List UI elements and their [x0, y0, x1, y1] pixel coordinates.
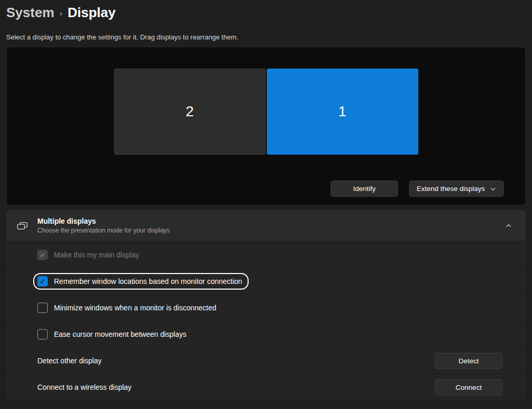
option-row-minimize-windows: ✓ Minimize windows when a monitor is dis…	[6, 294, 526, 321]
make-main-display-option: ✓ Make this my main display	[33, 247, 145, 263]
minimize-windows-option[interactable]: ✓ Minimize windows when a monitor is dis…	[33, 299, 223, 316]
option-row-remember-locations: ✓ Remember window locations based on mon…	[6, 268, 526, 294]
connect-wireless-display-label: Connect to a wireless display	[37, 383, 131, 391]
option-row-make-main: ✓ Make this my main display	[6, 241, 526, 268]
breadcrumb-separator-icon: ›	[60, 7, 63, 19]
chevron-down-icon	[490, 186, 496, 192]
display-rect-2[interactable]: 2	[114, 69, 266, 155]
ease-cursor-movement-option[interactable]: ✓ Ease cursor movement between displays	[33, 326, 193, 343]
section-title: Multiple displays	[37, 217, 500, 225]
chevron-up-icon[interactable]	[500, 223, 517, 229]
checkmark-icon: ✓	[40, 252, 46, 258]
option-row-ease-cursor: ✓ Ease cursor movement between displays	[6, 321, 526, 347]
display-1-number: 1	[338, 103, 347, 120]
remember-window-locations-option[interactable]: ✓ Remember window locations based on mon…	[33, 273, 249, 290]
multiple-displays-expander[interactable]: Multiple displays Choose the presentatio…	[6, 210, 526, 241]
detect-other-display-label: Detect other display	[37, 357, 102, 365]
remember-window-locations-checkbox[interactable]: ✓	[37, 276, 48, 287]
monitor-group: 2 1	[7, 47, 525, 155]
identify-button[interactable]: Identify	[331, 181, 398, 197]
option-label: Make this my main display	[54, 251, 139, 259]
ease-cursor-movement-checkbox[interactable]: ✓	[37, 329, 48, 339]
breadcrumb-display: Display	[67, 5, 116, 21]
page-description: Select a display to change the settings …	[6, 33, 526, 41]
minimize-windows-checkbox[interactable]: ✓	[37, 303, 48, 313]
checkmark-icon: ✓	[40, 278, 46, 285]
multiple-displays-icon	[17, 221, 28, 231]
detect-button[interactable]: Detect	[435, 353, 502, 369]
canvas-actions: Identify Extend these displays	[331, 181, 504, 197]
breadcrumb: System › Display	[6, 0, 526, 21]
connect-wireless-display-row: Connect to a wireless display Connect	[6, 374, 526, 400]
section-subtitle: Choose the presentation mode for your di…	[37, 227, 500, 234]
breadcrumb-system[interactable]: System	[6, 5, 54, 21]
connect-button[interactable]: Connect	[435, 379, 502, 396]
multiple-displays-card: Multiple displays Choose the presentatio…	[6, 210, 526, 400]
display-rect-1[interactable]: 1	[267, 69, 418, 155]
extend-displays-dropdown[interactable]: Extend these displays	[409, 181, 504, 197]
display-arrangement-canvas: 2 1 Identify Extend these displays	[6, 47, 526, 206]
option-label: Ease cursor movement between displays	[54, 330, 186, 338]
option-label: Remember window locations based on monit…	[54, 277, 242, 285]
option-label: Minimize windows when a monitor is disco…	[54, 304, 216, 312]
extend-displays-label: Extend these displays	[417, 185, 485, 193]
section-header-text: Multiple displays Choose the presentatio…	[37, 217, 500, 234]
settings-page: System › Display Select a display to cha…	[0, 0, 532, 400]
make-main-display-checkbox: ✓	[37, 250, 48, 260]
detect-other-display-row: Detect other display Detect	[6, 347, 526, 374]
display-2-number: 2	[186, 103, 194, 120]
